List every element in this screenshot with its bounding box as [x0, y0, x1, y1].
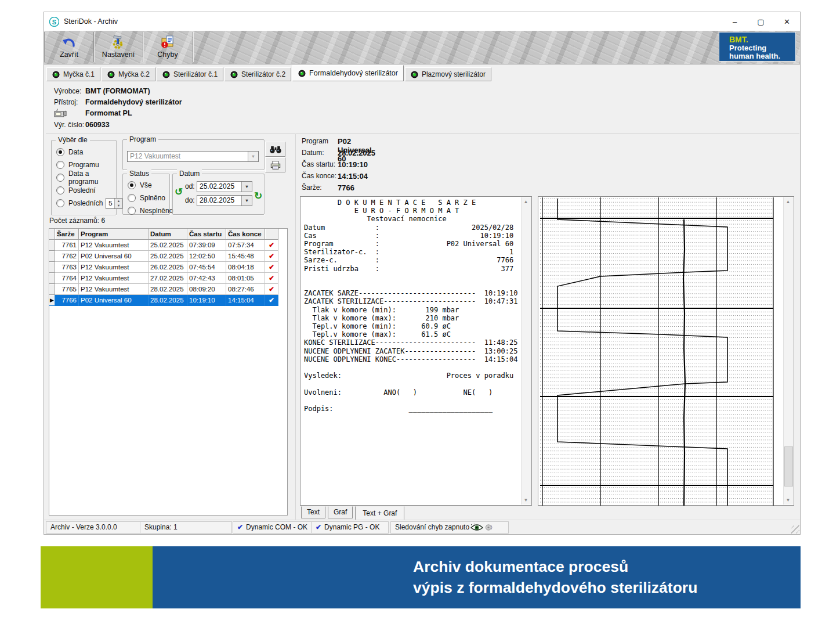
row-marker[interactable]	[49, 284, 55, 295]
cell-datum[interactable]: 28.02.2025	[149, 295, 187, 306]
row-marker[interactable]	[49, 251, 55, 262]
cell-start[interactable]: 08:09:20	[187, 284, 226, 295]
device-tab-1[interactable]: Myčka č.1	[46, 67, 100, 81]
scroll-down-icon[interactable]: ▼	[522, 496, 530, 505]
close-archive-button[interactable]: Zavřít	[46, 32, 92, 62]
cell-datum[interactable]: 26.02.2025	[149, 262, 187, 273]
cell-sarze[interactable]: 7764	[55, 273, 79, 284]
spinner-up-icon[interactable]: ▲	[115, 199, 122, 204]
device-tab-5[interactable]: Formaldehydový sterilizátor	[292, 65, 404, 81]
radio-icon[interactable]	[56, 199, 64, 207]
program-combo[interactable]: P12 Vakuumtest ▼	[127, 151, 259, 162]
errors-button[interactable]: Chyby	[144, 32, 191, 62]
settings-button[interactable]: Nastavení	[95, 32, 142, 62]
cell-start[interactable]: 07:39:09	[187, 240, 226, 251]
check-icon: ✔	[316, 522, 321, 533]
last-n-spinner[interactable]: 5▲▼	[106, 198, 122, 209]
row-marker[interactable]	[49, 273, 55, 284]
device-tab-2[interactable]: Myčka č.2	[102, 67, 155, 81]
chevron-down-icon[interactable]: ▼	[248, 152, 258, 161]
chevron-down-icon[interactable]: ▼	[241, 196, 252, 206]
radio-icon[interactable]	[56, 186, 64, 194]
cell-konec[interactable]: 08:04:18	[226, 262, 265, 273]
scrollbar-thumb[interactable]	[784, 446, 793, 487]
row-marker[interactable]	[49, 240, 55, 251]
rotate-right-icon[interactable]: ↻	[254, 192, 262, 201]
select-by-option-3[interactable]: Data a programu	[52, 171, 116, 184]
cell-start[interactable]: 07:45:54	[187, 262, 226, 273]
cell-sarze[interactable]: 7761	[55, 240, 79, 251]
column-header[interactable]	[49, 229, 55, 240]
date-from-combo[interactable]: 25.02.2025 ▼	[197, 181, 252, 192]
rotate-left-icon[interactable]: ↺	[175, 188, 183, 197]
close-button[interactable]: ✕	[774, 12, 800, 31]
cell-program[interactable]: P02 Universal 60	[79, 251, 149, 262]
spinner-down-icon[interactable]: ▼	[115, 203, 122, 208]
column-header[interactable]: Program	[79, 229, 149, 240]
scroll-up-icon[interactable]: ▲	[522, 197, 530, 206]
radio-icon[interactable]	[128, 181, 136, 189]
cell-program[interactable]: P12 Vakuumtest	[79, 284, 149, 295]
cell-program[interactable]: P12 Vakuumtest	[79, 240, 149, 251]
row-marker[interactable]: ▶	[49, 295, 55, 306]
tab-text[interactable]: Text	[301, 506, 325, 518]
status-option-2[interactable]: Splněno	[123, 192, 169, 204]
chevron-down-icon[interactable]: ▼	[241, 182, 252, 192]
select-by-label: Data	[68, 148, 83, 156]
radio-icon[interactable]	[128, 194, 136, 202]
cell-start[interactable]: 07:42:43	[187, 273, 226, 284]
graph-scrollbar[interactable]: ▲ ▼	[783, 197, 793, 505]
cell-konec[interactable]: 15:45:48	[226, 251, 265, 262]
device-tab-4[interactable]: Sterilizátor č.2	[225, 67, 291, 81]
radio-icon[interactable]	[56, 161, 64, 169]
tab-text-graf[interactable]: Text + Graf	[355, 506, 404, 521]
document-scrollbar[interactable]: ▲ ▼	[521, 197, 531, 505]
select-by-option-5[interactable]: Posledních5▲▼	[52, 197, 116, 210]
cell-konec[interactable]: 07:57:34	[226, 240, 265, 251]
cell-program[interactable]: P02 Universal 60	[79, 295, 149, 306]
status-option-3[interactable]: Nesplněno	[123, 204, 169, 217]
column-header[interactable]: Čas konce	[226, 229, 265, 240]
date-to-combo[interactable]: 28.02.2025 ▼	[197, 195, 252, 206]
spinner-arrows[interactable]: ▲▼	[114, 199, 122, 208]
cell-sarze[interactable]: 7766	[55, 295, 79, 306]
banner-green-block	[41, 546, 153, 608]
scroll-up-icon[interactable]: ▲	[784, 197, 792, 206]
cell-sarze[interactable]: 7762	[55, 251, 79, 262]
cell-datum[interactable]: 28.02.2025	[149, 284, 187, 295]
maximize-button[interactable]: ▢	[748, 12, 774, 31]
status-option-1[interactable]: Vše	[123, 179, 169, 192]
cell-datum[interactable]: 25.02.2025	[149, 240, 187, 251]
radio-icon[interactable]	[128, 207, 136, 215]
print-button[interactable]	[265, 157, 285, 172]
column-header[interactable]: Šarže	[55, 229, 79, 240]
column-header[interactable]: Datum	[149, 229, 187, 240]
cell-konec[interactable]: 14:15:04	[226, 295, 265, 306]
cell-konec[interactable]: 08:27:46	[226, 284, 265, 295]
row-marker[interactable]	[49, 262, 55, 273]
column-header[interactable]: Čas startu	[187, 229, 226, 240]
status-led-icon	[107, 71, 115, 78]
device-tab-6[interactable]: Plazmový sterilizátor	[405, 67, 491, 81]
tab-graf[interactable]: Graf	[328, 506, 353, 518]
select-by-option-4[interactable]: Poslední	[52, 184, 116, 197]
manufacturer-label: Výrobce:	[54, 87, 81, 95]
cell-datum[interactable]: 27.02.2025	[149, 273, 187, 284]
cell-konec[interactable]: 08:01:05	[226, 273, 265, 284]
cell-sarze[interactable]: 7763	[55, 262, 79, 273]
column-header[interactable]	[265, 229, 278, 240]
cell-start[interactable]: 12:02:50	[187, 251, 226, 262]
radio-icon[interactable]	[56, 174, 64, 182]
resize-grip[interactable]	[791, 525, 799, 534]
search-button[interactable]	[265, 142, 285, 157]
cell-start[interactable]: 10:19:10	[187, 295, 226, 306]
scroll-down-icon[interactable]: ▼	[784, 496, 792, 505]
cell-program[interactable]: P12 Vakuumtest	[79, 273, 149, 284]
cell-datum[interactable]: 25.02.2025	[149, 251, 187, 262]
cell-program[interactable]: P12 Vakuumtest	[79, 262, 149, 273]
radio-icon[interactable]	[56, 148, 64, 156]
cell-sarze[interactable]: 7765	[55, 284, 79, 295]
minimize-button[interactable]: –	[722, 12, 748, 31]
device-tab-3[interactable]: Sterilizátor č.1	[157, 67, 223, 81]
select-by-option-1[interactable]: Data	[52, 146, 116, 158]
